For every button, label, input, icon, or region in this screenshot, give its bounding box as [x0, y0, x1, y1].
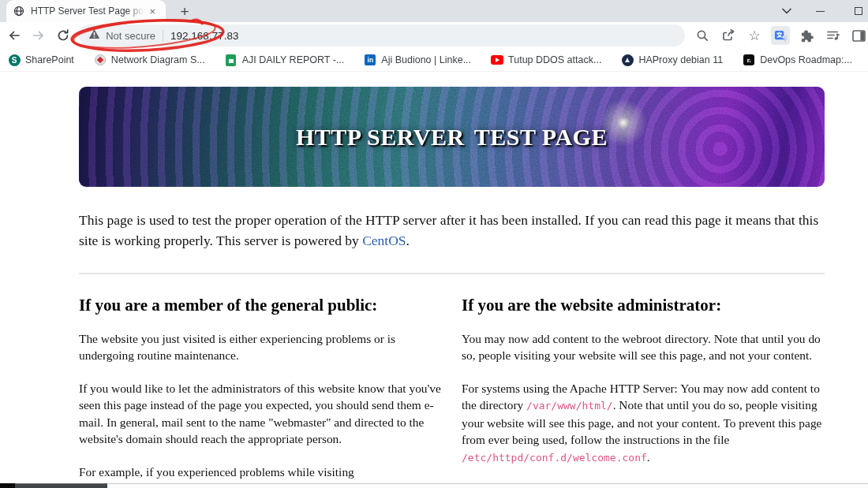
- new-tab-button[interactable]: +: [175, 2, 194, 21]
- public-heading: If you are a member of the general publi…: [79, 297, 441, 315]
- tab-close-icon[interactable]: ×: [146, 4, 159, 18]
- globe-favicon: [13, 5, 25, 17]
- tab-search-chevron-icon[interactable]: [778, 2, 795, 20]
- code-welcome-conf-path: /etc/httpd/conf.d/welcome.conf: [462, 452, 647, 464]
- web-page-viewport: HTTP SERVER TEST PAGE This page is used …: [0, 72, 868, 483]
- browser-toolbar: Not secure 192.168.77.83 ☆ A: [0, 22, 868, 49]
- media-playlist-icon[interactable]: [823, 26, 842, 45]
- svg-text:A: A: [783, 35, 786, 40]
- back-icon[interactable]: [5, 25, 24, 46]
- not-secure-warning-icon[interactable]: [88, 28, 100, 43]
- tab-title-fade: [127, 6, 144, 17]
- sharepoint-icon: S: [8, 54, 21, 66]
- taskbar-edge: [0, 483, 868, 488]
- browser-tab[interactable]: HTTP Server Test Page powered ×: [6, 0, 166, 22]
- administrator-column: If you are the website administrator: Yo…: [462, 274, 824, 483]
- browser-window: { "tab": { "title": "HTTP Server Test Pa…: [0, 0, 868, 488]
- public-paragraph-3: For example, if you experienced problems…: [79, 464, 441, 484]
- bookmark-daily-report[interactable]: AJI DAILY REPORT -...: [225, 54, 345, 66]
- centos-link[interactable]: CentOS: [362, 233, 406, 248]
- roadmap-icon: r.: [743, 54, 755, 66]
- side-panel-icon[interactable]: [849, 26, 868, 45]
- google-sheets-icon: [225, 54, 238, 66]
- bookmark-haproxy[interactable]: HAProxy debian 11: [621, 54, 723, 66]
- taskbar-segment-light: [107, 483, 868, 488]
- minimize-icon[interactable]: [811, 2, 829, 20]
- youtube-icon: [491, 54, 503, 66]
- admin-heading: If you are the website administrator:: [462, 297, 824, 315]
- bookmarks-bar: S SharePoint Network Diagram S... AJI DA…: [0, 49, 868, 72]
- omnibox-separator: [163, 30, 163, 42]
- linkedin-icon: in: [364, 54, 376, 66]
- haproxy-icon: [621, 54, 634, 66]
- forward-icon[interactable]: [29, 25, 49, 46]
- bookmark-devops-roadmap[interactable]: r. DevOps Roadmap:...: [743, 54, 852, 66]
- admin-paragraph-apache: For systems using the Apache HTTP Server…: [462, 380, 824, 467]
- url-text[interactable]: 192.168.77.83: [170, 30, 238, 42]
- taskbar-segment-dark: [0, 483, 15, 488]
- toolbar-actions: ☆ A: [693, 26, 868, 45]
- address-bar[interactable]: Not secure 192.168.77.83: [79, 24, 685, 47]
- maximize-icon[interactable]: [844, 2, 862, 20]
- translate-extension-icon[interactable]: A: [771, 26, 790, 45]
- general-public-column: If you are a member of the general publi…: [79, 274, 441, 483]
- window-controls: [778, 0, 868, 22]
- search-icon[interactable]: [693, 26, 712, 45]
- bookmark-linkedin[interactable]: in Aji Budiono | Linke...: [364, 54, 471, 66]
- bookmark-star-icon[interactable]: ☆: [745, 26, 764, 45]
- public-paragraph-2: If you would like to let the administrat…: [79, 380, 441, 448]
- security-label[interactable]: Not secure: [106, 30, 155, 42]
- bookmark-youtube-ddos[interactable]: Tutup DDOS attack...: [491, 54, 601, 66]
- diagram-diamond-icon: [94, 54, 107, 66]
- tab-strip: HTTP Server Test Page powered × +: [0, 0, 868, 22]
- test-page-banner: HTTP SERVER TEST PAGE: [79, 87, 825, 187]
- reload-icon[interactable]: [53, 25, 73, 46]
- share-icon[interactable]: [719, 26, 738, 45]
- tab-title: HTTP Server Test Page powered: [31, 6, 144, 17]
- taskbar-segment-gray: [15, 483, 107, 488]
- code-webroot-path: /var/www/html/: [526, 400, 613, 412]
- admin-paragraph-1: You may now add content to the webroot d…: [462, 330, 824, 364]
- extensions-puzzle-icon[interactable]: [797, 26, 816, 45]
- banner-title: HTTP SERVER TEST PAGE: [79, 87, 825, 187]
- public-paragraph-1: The website you just visited is either e…: [79, 330, 441, 364]
- bookmark-sharepoint[interactable]: S SharePoint: [8, 54, 74, 66]
- bookmark-network-diagram[interactable]: Network Diagram S...: [94, 54, 205, 66]
- intro-paragraph: This page is used to test the proper ope…: [79, 210, 825, 251]
